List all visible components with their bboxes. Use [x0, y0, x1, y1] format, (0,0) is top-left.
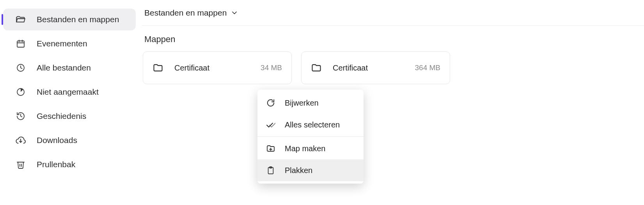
sidebar-item-events[interactable]: Evenementen — [3, 33, 136, 55]
menu-item-label: Map maken — [285, 144, 326, 153]
folder-card[interactable]: Certificaat 34 MB — [143, 51, 292, 84]
sidebar-item-trash[interactable]: Prullenbak — [3, 154, 136, 175]
calendar-icon — [16, 39, 26, 49]
sidebar-item-files-and-folders[interactable]: Bestanden en mappen — [3, 9, 136, 30]
sidebar: Bestanden en mappen Evenementen Alle bes… — [0, 0, 139, 205]
menu-item-paste[interactable]: Plakken — [257, 159, 364, 181]
history-icon — [16, 111, 26, 121]
menu-item-create-folder[interactable]: Map maken — [257, 138, 364, 159]
pie-slice-icon — [16, 87, 26, 97]
folder-card[interactable]: Certificaat 364 MB — [301, 51, 450, 84]
menu-item-label: Alles selecteren — [285, 120, 340, 129]
breadcrumb-current[interactable]: Bestanden en mappen — [144, 8, 238, 18]
cloud-download-icon — [16, 135, 26, 145]
sidebar-item-label: Evenementen — [37, 39, 87, 48]
sidebar-item-all-files[interactable]: Alle bestanden — [3, 57, 136, 79]
sidebar-item-label: Alle bestanden — [37, 63, 91, 72]
folders-heading: Mappen — [144, 34, 644, 44]
sidebar-item-label: Downloads — [37, 136, 77, 145]
clipboard-icon — [266, 166, 275, 175]
trash-icon — [16, 159, 26, 170]
sidebar-item-label: Bestanden en mappen — [37, 15, 119, 24]
refresh-icon — [266, 98, 275, 108]
double-check-icon — [266, 120, 275, 129]
menu-item-label: Plakken — [285, 166, 312, 175]
breadcrumb-bar: Bestanden en mappen — [142, 0, 644, 26]
folder-size: 34 MB — [261, 64, 282, 72]
chevron-down-icon — [231, 9, 238, 17]
sidebar-item-downloads[interactable]: Downloads — [3, 129, 136, 151]
main-content: Bestanden en mappen Mappen Certificaat 3… — [139, 0, 644, 205]
folders-grid: Certificaat 34 MB Certificaat 364 MB — [142, 51, 644, 84]
clock-icon — [16, 63, 26, 73]
folder-icon — [153, 62, 163, 73]
menu-item-refresh[interactable]: Bijwerken — [257, 92, 364, 114]
open-folder-icon — [16, 14, 26, 25]
sidebar-item-label: Niet aangemaakt — [37, 87, 99, 97]
folder-icon — [311, 62, 322, 73]
new-folder-icon — [266, 144, 275, 153]
svg-rect-0 — [17, 41, 24, 47]
sidebar-item-not-created[interactable]: Niet aangemaakt — [3, 81, 136, 103]
menu-item-select-all[interactable]: Alles selecteren — [257, 114, 364, 136]
context-menu: Bijwerken Alles selecteren Map maken Pla… — [257, 90, 364, 184]
breadcrumb-label: Bestanden en mappen — [144, 8, 227, 18]
menu-divider — [257, 136, 364, 137]
folder-name: Certificaat — [174, 64, 261, 72]
folder-size: 364 MB — [415, 64, 440, 72]
menu-item-label: Bijwerken — [285, 99, 319, 108]
sidebar-item-history[interactable]: Geschiedenis — [3, 105, 136, 127]
folder-name: Certificaat — [333, 64, 415, 72]
sidebar-item-label: Prullenbak — [37, 160, 75, 169]
sidebar-item-label: Geschiedenis — [37, 111, 86, 121]
